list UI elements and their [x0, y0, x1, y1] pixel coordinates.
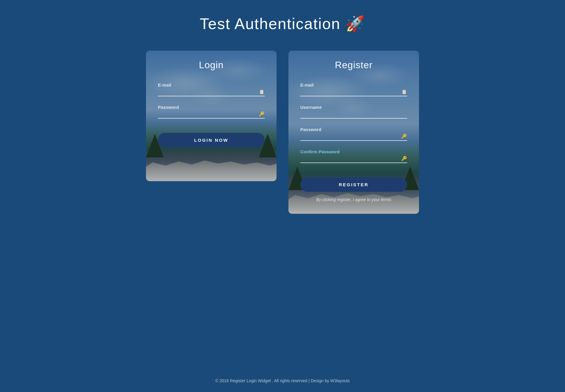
- rocket-emoji: 🚀: [345, 15, 365, 32]
- login-email-input[interactable]: [158, 89, 265, 96]
- register-password-field-group: Password 🔑: [300, 127, 407, 141]
- terms-text: By clicking register, I agree to your te…: [300, 197, 407, 202]
- login-email-field-group: E-mail 📋: [158, 82, 265, 96]
- register-email-field-group: E-mail 📋: [300, 82, 407, 96]
- login-password-field-group: Password 🔑: [158, 105, 265, 119]
- register-confirm-password-icon: 🔑: [401, 156, 407, 161]
- register-email-label: E-mail: [300, 82, 407, 87]
- login-card-title: Login: [158, 60, 265, 71]
- login-email-icon: 📋: [259, 89, 265, 95]
- register-password-icon: 🔑: [401, 133, 407, 139]
- footer: © 2016 Register Login Widget . All right…: [0, 366, 565, 392]
- login-button[interactable]: LOGIN NOW: [158, 133, 265, 147]
- register-confirm-password-input[interactable]: [300, 155, 407, 163]
- register-card: Register E-mail 📋 Username Password 🔑 Co…: [288, 51, 419, 214]
- register-email-input[interactable]: [300, 89, 407, 96]
- login-password-input[interactable]: [158, 111, 265, 119]
- login-email-label: E-mail: [158, 82, 265, 87]
- cards-container: Login E-mail 📋 Password 🔑 LOGIN NOW: [146, 51, 419, 214]
- login-card: Login E-mail 📋 Password 🔑 LOGIN NOW: [146, 51, 277, 181]
- register-card-title: Register: [300, 60, 407, 71]
- register-username-field-group: Username: [300, 105, 407, 119]
- register-card-content: Register E-mail 📋 Username Password 🔑 Co…: [288, 51, 419, 214]
- register-username-label: Username: [300, 105, 407, 110]
- register-username-input[interactable]: [300, 111, 407, 119]
- footer-text: © 2016 Register Login Widget . All right…: [215, 378, 350, 383]
- login-password-icon: 🔑: [259, 111, 265, 117]
- login-card-content: Login E-mail 📋 Password 🔑 LOGIN NOW: [146, 51, 277, 159]
- register-confirm-password-label: Confirm Password: [300, 149, 407, 154]
- register-password-label: Password: [300, 127, 407, 132]
- login-password-label: Password: [158, 105, 265, 110]
- page-title: Test Authentication 🚀: [200, 15, 365, 33]
- register-password-input[interactable]: [300, 133, 407, 141]
- register-email-icon: 📋: [401, 89, 407, 95]
- register-button[interactable]: REGISTER: [300, 177, 407, 192]
- register-confirm-password-field-group: Confirm Password 🔑: [300, 149, 407, 163]
